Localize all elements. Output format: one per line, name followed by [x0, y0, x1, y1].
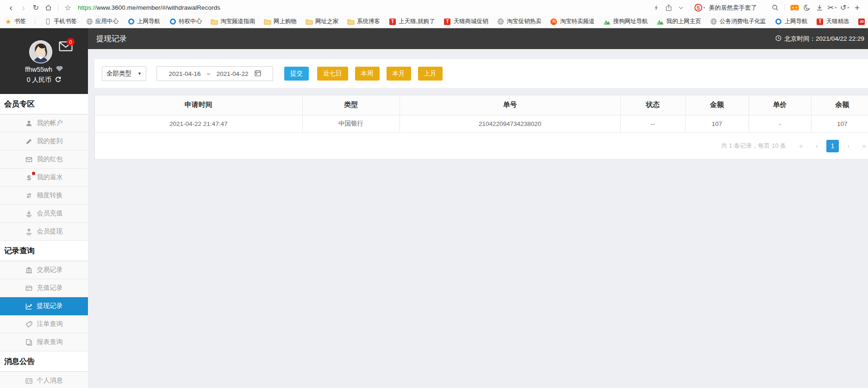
quick-range-button[interactable]: 本月	[387, 67, 411, 81]
date-range-input[interactable]: 2021-04-16 ~ 2021-04-22	[156, 66, 273, 81]
star-icon: ★	[5, 18, 12, 25]
phone-icon	[44, 18, 51, 25]
main-area: 提现记录 北京时间：2021/04/22 22:29 全部类型 ▼	[88, 28, 868, 388]
sidebar-item[interactable]: 报表查询	[0, 333, 88, 351]
notification-dot	[32, 172, 35, 175]
extension-label[interactable]: 美的居然卖手套了	[709, 4, 757, 12]
pagination-prev[interactable]: ‹	[811, 140, 823, 152]
bookmark-item[interactable]: 搜狗网址导航	[603, 18, 648, 25]
date-from: 2021-04-16	[169, 70, 200, 77]
sidebar-item[interactable]: 会员充值	[0, 205, 88, 223]
bookmark-label: 网址之家	[315, 18, 338, 25]
download-icon[interactable]	[813, 2, 826, 14]
content: 全部类型 ▼ 2021-04-16 ~ 2021-04-22 提	[88, 49, 868, 388]
quick-range-button[interactable]: 上月	[418, 67, 443, 81]
back-icon[interactable]: ‹	[5, 2, 17, 14]
avatar[interactable]	[29, 40, 53, 64]
undo-icon[interactable]: ↺▾	[838, 2, 851, 14]
share-icon[interactable]	[662, 2, 675, 14]
folder-icon	[306, 18, 313, 25]
bookmark-item[interactable]: 应用中心	[86, 18, 119, 25]
mail-icon[interactable]: 0	[59, 41, 73, 51]
bookmark-item[interactable]: 淘宝促销热卖	[497, 18, 541, 25]
extension-logo-icon[interactable]: S▾	[694, 2, 705, 14]
bookmark-item[interactable]: 淘淘宝特卖频道	[550, 18, 594, 25]
column-header: 状态	[620, 95, 685, 115]
home-icon[interactable]	[42, 2, 55, 14]
bookmark-item[interactable]: 我的上网主页	[656, 18, 701, 25]
pagination-next[interactable]: ›	[842, 140, 855, 152]
sidebar-item-label: 充值记录	[37, 284, 63, 292]
sidebar-item-label: 会员充值	[37, 209, 63, 218]
sidebar-item[interactable]: 充值记录	[0, 279, 88, 297]
bookmark-item[interactable]: 上网导航	[127, 18, 160, 25]
type-select[interactable]: 全部类型 ▼	[102, 66, 146, 81]
clock-icon	[775, 35, 781, 43]
refresh-balance-icon[interactable]	[55, 76, 61, 84]
pagination-first[interactable]: «	[795, 140, 807, 152]
sidebar-item[interactable]: 额度转换	[0, 187, 88, 205]
sidebar-nav: 会员专区我的帐户我的签到我的红包$我的返水额度转换会员充值会员提现记录查询交易记…	[0, 94, 88, 388]
sidebar-item-label: 我的签到	[37, 137, 63, 145]
search-icon[interactable]	[769, 2, 781, 14]
submit-button[interactable]: 提交	[284, 67, 309, 81]
address-bar[interactable]: https://www.3600.me/member/#/withdrawalR…	[78, 4, 220, 11]
forward-icon[interactable]: ›	[17, 2, 30, 14]
bookmark-item[interactable]: 网址之家	[306, 18, 338, 25]
pagination-page[interactable]: 1	[826, 140, 839, 152]
sidebar-item[interactable]: 我的签到	[0, 132, 88, 150]
sidebar-item[interactable]: 会员提现	[0, 223, 88, 241]
plus-icon[interactable]: +	[851, 2, 863, 14]
sidebar-item-label: 交易记录	[37, 266, 63, 274]
bookmark-item[interactable]: 手机书签	[44, 18, 77, 25]
gamepad-icon[interactable]	[788, 2, 801, 14]
refresh-icon[interactable]: ↻	[30, 2, 42, 14]
pagination-last[interactable]: »	[858, 140, 868, 152]
sidebar-item[interactable]: 注单查询	[0, 315, 88, 333]
chevron-down-icon[interactable]	[675, 2, 687, 14]
bookmark-label: 淘宝特卖频道	[560, 18, 594, 25]
bookmark-item[interactable]: 公务消费电子化监	[710, 18, 766, 25]
bookmark-item[interactable]: T天猫精选	[816, 18, 849, 25]
bookmark-label: 上网导航	[784, 18, 807, 25]
deposit-icon	[25, 210, 33, 217]
moon-icon[interactable]	[801, 2, 813, 14]
pencil-icon	[25, 138, 33, 145]
sidebar-section-title: 会员专区	[0, 94, 88, 114]
tag-icon	[25, 320, 33, 328]
bookmark-item[interactable]: 系统博客	[347, 18, 380, 25]
bookmark-item[interactable]: 上网导航	[774, 18, 807, 25]
bookmark-label: 上天猫,就购了	[399, 18, 435, 25]
table-cell: 107	[685, 115, 749, 132]
sidebar-item[interactable]: 我的帐户	[0, 114, 88, 132]
scissors-icon[interactable]: ✂▾	[826, 2, 838, 14]
sidebar-item[interactable]: 个人消息	[0, 372, 88, 388]
column-header: 单号	[400, 95, 620, 115]
bookmarks-bar: ★书签手机书签应用中心上网导航特权中心淘宝频道指南网上购物网址之家系统博客T上天…	[0, 15, 868, 28]
quick-range-button[interactable]: 本周	[355, 67, 380, 81]
sidebar-item-label: 会员提现	[37, 227, 63, 236]
balance-text: 0 人民币	[27, 76, 52, 84]
sidebar: 0 ffhw55wh 0 人民币	[0, 28, 88, 388]
quick-range-button[interactable]: 近七日	[317, 67, 348, 81]
beijing-time-text: 北京时间：2021/04/22 22:29	[784, 35, 864, 43]
bookmark-item[interactable]: T天猫商城促销	[443, 18, 488, 25]
bookmark-item[interactable]: T上天猫,就购了	[389, 18, 435, 25]
lightning-icon[interactable]	[650, 2, 662, 14]
globe-icon	[710, 18, 717, 25]
vip-diamond-icon	[56, 66, 63, 73]
sidebar-item[interactable]: 提现记录	[0, 297, 88, 315]
sidebar-item[interactable]: 交易记录	[0, 261, 88, 279]
filter-bar: 全部类型 ▼ 2021-04-16 ~ 2021-04-22 提	[94, 59, 868, 88]
sidebar-item[interactable]: $我的返水	[0, 169, 88, 187]
table-cell: 中国银行	[302, 115, 400, 132]
bookmark-item[interactable]: 淘宝频道指南	[211, 18, 255, 25]
bookmark-item[interactable]: 网上购物	[264, 18, 297, 25]
bookmark-item[interactable]: ★书签	[5, 18, 26, 25]
bookmark-item[interactable]: 特权中心	[169, 18, 202, 25]
bookmark-label: 淘宝促销热卖	[506, 18, 541, 25]
username: ffhw55wh	[25, 66, 52, 73]
bookmark-star-icon[interactable]: ☆	[62, 2, 74, 14]
bookmark-item[interactable]: JD京东商城	[858, 18, 868, 25]
sidebar-item[interactable]: 我的红包	[0, 150, 88, 169]
